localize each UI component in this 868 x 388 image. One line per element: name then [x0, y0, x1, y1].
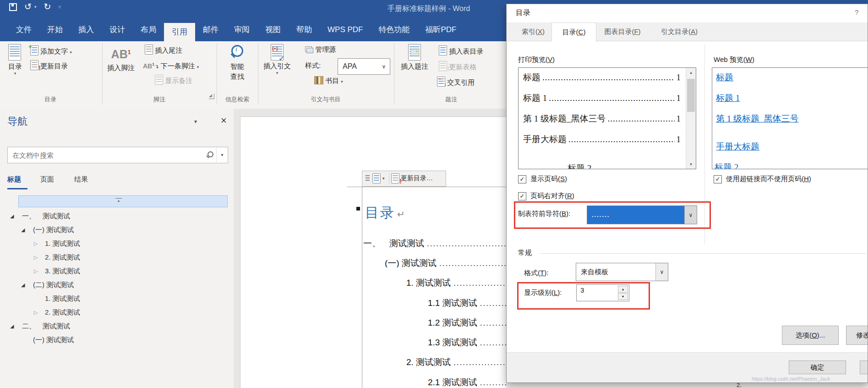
show-page-numbers-checkbox[interactable]: ✓ 显示页码(S): [518, 175, 567, 183]
use-hyperlinks-checkbox[interactable]: ✓ 使用超链接而不使用页码(H): [714, 175, 811, 183]
expand-arrow-icon[interactable]: ▷: [34, 305, 38, 319]
insert-endnote-button[interactable]: 插入尾注: [145, 44, 182, 55]
ribbon-tab-插入[interactable]: 插入: [71, 18, 102, 41]
expand-arrow-icon[interactable]: ▷: [34, 237, 38, 250]
undo-icon[interactable]: ↺: [24, 2, 32, 12]
search-icon[interactable]: [205, 151, 213, 159]
right-align-page-numbers-checkbox[interactable]: ✓ 页码右对齐(R): [518, 192, 574, 200]
nav-tree-item[interactable]: ▷2. 测试测试: [0, 250, 229, 264]
navigation-options-icon[interactable]: ▾: [194, 118, 197, 125]
ribbon-tab-特色功能[interactable]: 特色功能: [371, 18, 417, 41]
redo-icon[interactable]: ↻: [44, 2, 51, 12]
ribbon-tab-WPS PDF[interactable]: WPS PDF: [320, 18, 371, 41]
scroll-up-icon[interactable]: ▴: [686, 68, 696, 77]
nav-tree-item[interactable]: ▷1. 测试测试: [0, 237, 229, 250]
update-toc-field-button[interactable]: 更新目录…: [401, 174, 433, 183]
collapse-arrow-icon[interactable]: ◢: [10, 319, 14, 333]
ribbon-tab-开始[interactable]: 开始: [39, 18, 71, 41]
ribbon-tab-邮件[interactable]: 邮件: [195, 18, 226, 41]
doc-toc-line[interactable]: 2.1 测试测试................................…: [428, 377, 506, 387]
toc-big-button[interactable]: 目录 ▾: [8, 44, 22, 76]
nav-tree-item[interactable]: ◢(一) 测试测试: [0, 223, 229, 237]
nav-tree-item[interactable]: ◢一、 测试测试: [0, 209, 229, 223]
collapse-arrow-icon[interactable]: ◢: [10, 209, 14, 223]
ribbon-tab-视图[interactable]: 视图: [257, 18, 289, 41]
modify-button[interactable]: 修改(M)...: [846, 326, 868, 345]
scrollbar-thumb[interactable]: [687, 79, 695, 112]
nav-tab-headings[interactable]: 标题: [7, 175, 21, 184]
insert-citation-big-button[interactable]: (−)✓ 插入引文 ▾: [261, 44, 293, 75]
ribbon-tab-设计[interactable]: 设计: [102, 18, 133, 41]
nav-tree-item[interactable]: ▷3. 测试测试: [0, 264, 229, 278]
update-toc-button[interactable]: ! 更新目录: [30, 60, 68, 71]
bibliography-button[interactable]: 书目 ▾: [314, 76, 343, 87]
insert-table-of-figures-button[interactable]: 插入表目录: [439, 45, 483, 56]
smart-lookup-button[interactable]: i 智能查找: [225, 45, 249, 82]
doc-toc-line[interactable]: 2. 测试测试.................................…: [406, 356, 506, 366]
ok-button[interactable]: 确定: [789, 360, 846, 374]
cancel-button[interactable]: [860, 360, 868, 374]
ribbon-tab-文件[interactable]: 文件: [8, 18, 39, 41]
web-preview-link[interactable]: 手册大标题: [716, 141, 759, 153]
nav-tab-pages[interactable]: 页面: [40, 175, 54, 184]
doc-toc-line[interactable]: 一、 测试测试.................................…: [363, 238, 506, 248]
print-preview-box[interactable]: 标题......................................…: [518, 67, 696, 169]
dialog-tab-索引(X)[interactable]: 索引(X): [515, 22, 551, 41]
nav-tree-item[interactable]: 1. 测试测试: [0, 292, 229, 305]
web-preview-box[interactable]: 标题标题 1第 1 级标题_黑体三号手册大标题 标题 2: [712, 67, 868, 169]
doc-toc-line[interactable]: 1.3 测试测试................................…: [428, 337, 506, 347]
web-preview-link[interactable]: 标题: [716, 72, 733, 83]
collapse-all-icon[interactable]: ▴: [115, 198, 122, 203]
search-input[interactable]: [8, 151, 205, 159]
scroll-down-icon[interactable]: ▾: [686, 160, 696, 169]
next-footnote-button[interactable]: AB1↴ 下一条脚注 ▾: [143, 59, 199, 72]
scrollbar[interactable]: ▴ ▾: [686, 68, 696, 169]
dialog-tab-目录(C)[interactable]: 目录(C): [551, 22, 596, 42]
nav-tab-results[interactable]: 结果: [74, 175, 88, 184]
ribbon-tab-引用[interactable]: 引用: [164, 23, 195, 41]
save-icon[interactable]: [9, 3, 17, 11]
drag-handle-icon[interactable]: [366, 175, 370, 182]
manage-sources-button[interactable]: 管理源: [305, 44, 336, 55]
add-text-button[interactable]: + 添加文字 ▾: [30, 45, 72, 57]
navigation-close-icon[interactable]: ×: [221, 115, 227, 127]
paragraph-anchor: [356, 207, 360, 211]
doc-toc-line[interactable]: 1.1 测试测试................................…: [428, 297, 506, 307]
toc-menu-icon[interactable]: [372, 173, 381, 183]
nav-tree-item[interactable]: (一) 测试测试: [0, 333, 229, 347]
format-select[interactable]: 来自模板 ∨: [576, 263, 668, 281]
collapse-arrow-icon[interactable]: ◢: [21, 223, 25, 237]
collapse-arrow-icon[interactable]: ◢: [21, 278, 25, 292]
dialog-tab-图表目录(F)[interactable]: 图表目录(F): [595, 22, 650, 41]
expand-arrow-icon[interactable]: ▷: [34, 264, 38, 278]
undo-dropdown-icon[interactable]: ▾: [34, 5, 37, 9]
ribbon-tab-布局[interactable]: 布局: [133, 18, 164, 41]
web-preview-link[interactable]: 第 1 级标题_黑体三号: [716, 113, 799, 125]
web-preview-link[interactable]: 标题 1: [716, 92, 740, 104]
doc-toc-line[interactable]: 1.2 测试测试................................…: [428, 317, 506, 327]
nav-tree-item[interactable]: ◢(二) 测试测试: [0, 278, 229, 292]
chevron-down-icon[interactable]: ▾: [382, 176, 385, 181]
ribbon-tab-审阅[interactable]: 审阅: [226, 18, 257, 41]
help-icon[interactable]: ?: [855, 8, 858, 16]
document-page[interactable]: [240, 116, 507, 388]
toc-heading[interactable]: 目录↵: [365, 204, 405, 222]
doc-toc-line[interactable]: 1. 测试测试.................................…: [406, 277, 506, 287]
expand-arrow-icon[interactable]: ▷: [34, 250, 38, 264]
nav-tree-item[interactable]: ◢二、 测试测试: [0, 319, 229, 333]
nav-selection-bar[interactable]: [18, 195, 228, 207]
customize-quick-access-icon[interactable]: ▿: [58, 4, 61, 10]
citation-style-select[interactable]: APA ∨: [338, 58, 390, 75]
ribbon-tab-帮助[interactable]: 帮助: [289, 18, 320, 41]
footnote-dialog-launcher-icon[interactable]: ◢: [209, 94, 214, 99]
insert-caption-big-button[interactable]: 插入题注: [399, 44, 430, 71]
ribbon-tab-福昕PDF[interactable]: 福昕PDF: [417, 18, 464, 41]
nav-tree-item[interactable]: ▷2. 测试测试: [0, 305, 229, 319]
dialog-tab-引文目录(A)[interactable]: 引文目录(A): [650, 22, 708, 41]
search-options-icon[interactable]: ▾: [216, 148, 228, 162]
insert-footnote-big-button[interactable]: AB1 插入脚注: [107, 48, 135, 72]
options-button[interactable]: 选项(O)...: [782, 326, 839, 345]
chevron-down-icon[interactable]: ∨: [655, 263, 668, 281]
doc-toc-line[interactable]: (一) 测试测试................................…: [385, 257, 506, 267]
cross-reference-button[interactable]: −↓ 交叉引用: [437, 77, 475, 88]
